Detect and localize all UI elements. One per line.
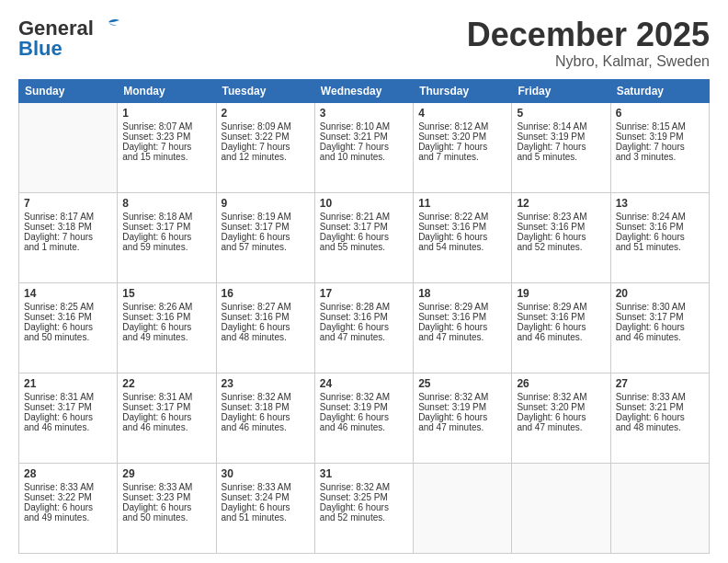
calendar-cell: 8Sunrise: 8:18 AMSunset: 3:17 PMDaylight… <box>118 192 216 282</box>
day-info-line: Sunrise: 8:14 AM <box>517 121 605 132</box>
day-info-line: and 46 minutes. <box>320 422 408 432</box>
day-info-line: Daylight: 6 hours <box>616 412 704 422</box>
calendar-cell <box>19 102 118 192</box>
day-info-line: Daylight: 7 hours <box>418 142 506 152</box>
calendar-cell: 27Sunrise: 8:33 AMSunset: 3:21 PMDayligh… <box>610 373 709 463</box>
day-info-line: Daylight: 6 hours <box>418 232 506 242</box>
day-info-line: Sunset: 3:16 PM <box>616 222 704 232</box>
day-info-line: and 49 minutes. <box>24 512 112 523</box>
day-info-line: Sunset: 3:21 PM <box>320 132 408 142</box>
day-info-line: Sunset: 3:16 PM <box>222 312 310 322</box>
day-info-line: Daylight: 6 hours <box>517 322 605 332</box>
day-number: 17 <box>320 287 408 300</box>
day-info-line: Sunset: 3:16 PM <box>517 312 605 322</box>
calendar-cell: 17Sunrise: 8:28 AMSunset: 3:16 PMDayligh… <box>314 282 413 373</box>
day-number: 29 <box>122 467 210 480</box>
day-info-line: and 55 minutes. <box>320 242 408 252</box>
day-info-line: Sunset: 3:22 PM <box>222 132 310 142</box>
calendar-cell <box>414 463 512 553</box>
day-info-line: Sunset: 3:18 PM <box>24 222 112 232</box>
day-info-line: Sunset: 3:17 PM <box>222 222 310 232</box>
day-info-line: and 15 minutes. <box>122 152 210 162</box>
day-info-line: and 46 minutes. <box>222 422 310 432</box>
day-number: 28 <box>24 467 112 480</box>
calendar-week-row: 1Sunrise: 8:07 AMSunset: 3:23 PMDaylight… <box>19 102 710 192</box>
calendar-cell: 6Sunrise: 8:15 AMSunset: 3:19 PMDaylight… <box>610 102 709 192</box>
day-number: 1 <box>122 107 210 120</box>
day-info-line: and 47 minutes. <box>418 422 506 432</box>
day-info-line: Sunrise: 8:25 AM <box>24 302 112 312</box>
day-info-line: Sunset: 3:16 PM <box>24 312 112 322</box>
calendar-cell: 2Sunrise: 8:09 AMSunset: 3:22 PMDaylight… <box>216 102 314 192</box>
day-number: 6 <box>616 107 704 120</box>
day-number: 20 <box>616 287 704 300</box>
day-info-line: Sunset: 3:16 PM <box>517 222 605 232</box>
day-header-saturday: Saturday <box>610 79 709 102</box>
day-info-line: and 52 minutes. <box>517 242 605 252</box>
day-info-line: and 46 minutes. <box>24 422 112 432</box>
day-info-line: Sunrise: 8:32 AM <box>320 482 408 492</box>
day-info-line: Sunset: 3:17 PM <box>320 222 408 232</box>
day-number: 26 <box>517 377 605 390</box>
day-info-line: Sunrise: 8:24 AM <box>616 212 704 222</box>
day-info-line: Sunset: 3:18 PM <box>222 402 310 412</box>
day-number: 4 <box>418 107 506 120</box>
day-info-line: Sunset: 3:19 PM <box>616 132 704 142</box>
day-info-line: Sunrise: 8:07 AM <box>122 121 210 132</box>
calendar-cell: 3Sunrise: 8:10 AMSunset: 3:21 PMDaylight… <box>314 102 413 192</box>
calendar-cell: 5Sunrise: 8:14 AMSunset: 3:19 PMDaylight… <box>512 102 610 192</box>
page: General Blue December 2025 Nybro, Kalmar… <box>0 0 728 563</box>
day-info-line: Sunrise: 8:32 AM <box>222 392 310 402</box>
calendar-cell: 14Sunrise: 8:25 AMSunset: 3:16 PMDayligh… <box>19 282 118 373</box>
title-block: December 2025 Nybro, Kalmar, Sweden <box>467 17 710 70</box>
day-number: 14 <box>24 287 112 300</box>
day-info-line: and 54 minutes. <box>418 242 506 252</box>
day-number: 8 <box>122 197 210 210</box>
day-info-line: and 47 minutes. <box>320 332 408 342</box>
day-info-line: and 48 minutes. <box>222 332 310 342</box>
day-number: 11 <box>418 197 506 210</box>
day-number: 2 <box>222 107 310 120</box>
day-info-line: Sunrise: 8:27 AM <box>222 302 310 312</box>
day-info-line: Sunrise: 8:31 AM <box>24 392 112 402</box>
day-info-line: Sunrise: 8:32 AM <box>418 392 506 402</box>
calendar-header-row: SundayMondayTuesdayWednesdayThursdayFrid… <box>19 79 710 102</box>
day-info-line: Sunset: 3:17 PM <box>616 312 704 322</box>
calendar-week-row: 28Sunrise: 8:33 AMSunset: 3:22 PMDayligh… <box>19 463 710 553</box>
day-info-line: Sunset: 3:17 PM <box>24 402 112 412</box>
day-info-line: Sunset: 3:19 PM <box>418 402 506 412</box>
day-info-line: and 46 minutes. <box>517 332 605 342</box>
calendar-cell: 23Sunrise: 8:32 AMSunset: 3:18 PMDayligh… <box>216 373 314 463</box>
day-header-monday: Monday <box>118 79 216 102</box>
day-info-line: and 12 minutes. <box>222 152 310 162</box>
day-number: 10 <box>320 197 408 210</box>
month-title: December 2025 <box>467 17 710 53</box>
day-info-line: and 5 minutes. <box>517 152 605 162</box>
day-info-line: Sunset: 3:24 PM <box>222 492 310 502</box>
calendar-week-row: 14Sunrise: 8:25 AMSunset: 3:16 PMDayligh… <box>19 282 710 373</box>
calendar-cell: 9Sunrise: 8:19 AMSunset: 3:17 PMDaylight… <box>216 192 314 282</box>
day-info-line: Sunrise: 8:19 AM <box>222 212 310 222</box>
day-info-line: Sunset: 3:16 PM <box>418 312 506 322</box>
day-number: 16 <box>222 287 310 300</box>
calendar-cell: 18Sunrise: 8:29 AMSunset: 3:16 PMDayligh… <box>414 282 512 373</box>
day-info-line: Sunset: 3:19 PM <box>517 132 605 142</box>
day-info-line: and 50 minutes. <box>122 512 210 523</box>
day-info-line: Sunset: 3:16 PM <box>418 222 506 232</box>
day-info-line: and 10 minutes. <box>320 152 408 162</box>
day-info-line: Sunrise: 8:30 AM <box>616 302 704 312</box>
day-info-line: and 1 minute. <box>24 242 112 252</box>
calendar-cell: 26Sunrise: 8:32 AMSunset: 3:20 PMDayligh… <box>512 373 610 463</box>
day-info-line: Daylight: 6 hours <box>24 322 112 332</box>
day-header-wednesday: Wednesday <box>314 79 413 102</box>
calendar-cell: 4Sunrise: 8:12 AMSunset: 3:20 PMDaylight… <box>414 102 512 192</box>
day-info-line: Sunrise: 8:18 AM <box>122 212 210 222</box>
calendar-cell <box>610 463 709 553</box>
day-info-line: Daylight: 6 hours <box>517 232 605 242</box>
day-info-line: Sunrise: 8:21 AM <box>320 212 408 222</box>
day-number: 31 <box>320 467 408 480</box>
day-info-line: Sunset: 3:17 PM <box>122 402 210 412</box>
day-info-line: Daylight: 6 hours <box>320 322 408 332</box>
day-info-line: Daylight: 6 hours <box>222 232 310 242</box>
day-info-line: Daylight: 6 hours <box>24 502 112 512</box>
